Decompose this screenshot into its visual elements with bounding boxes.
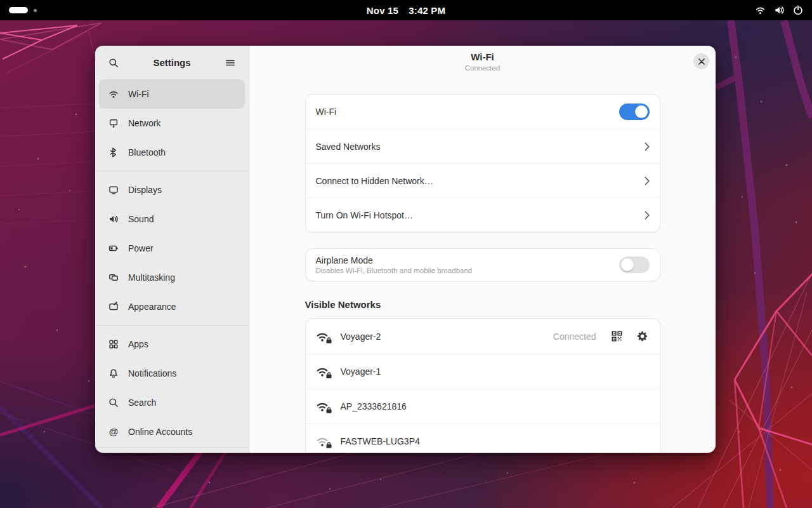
- sidebar-item-apps[interactable]: Apps: [99, 330, 245, 359]
- wifi-panel: Wi-Fi Connected Wi-Fi Saved Networks: [249, 46, 716, 453]
- lock-icon: [326, 337, 332, 344]
- saved-networks-row[interactable]: Saved Networks: [306, 129, 660, 163]
- sidebar-item-label: Online Accounts: [128, 427, 192, 437]
- wifi-secure-weak-icon: [316, 435, 333, 448]
- settings-window: Settings Wi-Fi Network: [95, 46, 716, 453]
- sidebar-item-label: Power: [128, 243, 154, 253]
- sidebar-item-displays[interactable]: Displays: [99, 175, 245, 204]
- wifi-toggle[interactable]: [619, 104, 650, 120]
- sidebar-item-search[interactable]: Search: [99, 388, 245, 417]
- search-button[interactable]: [103, 53, 124, 73]
- airplane-mode-toggle[interactable]: [619, 257, 650, 273]
- network-status: Connected: [553, 331, 596, 342]
- connect-hidden-network-row[interactable]: Connect to Hidden Network…: [306, 163, 660, 197]
- system-status-area[interactable]: [755, 0, 803, 20]
- wifi-icon: [108, 89, 119, 99]
- menu-icon: [225, 58, 235, 68]
- sidebar-item-sound[interactable]: Sound: [99, 204, 245, 234]
- gear-icon: [637, 331, 648, 342]
- close-button[interactable]: [693, 53, 709, 69]
- search-icon: [108, 58, 119, 68]
- sidebar-item-wifi[interactable]: Wi-Fi: [99, 79, 245, 109]
- sidebar-item-label: Appearance: [128, 302, 176, 312]
- sidebar-divider: [95, 171, 249, 171]
- apps-icon: [108, 339, 119, 349]
- sidebar-item-label: Wi-Fi: [128, 89, 149, 99]
- bluetooth-icon: [108, 147, 119, 157]
- close-icon: [698, 58, 705, 65]
- wifi-secure-icon: [316, 330, 333, 343]
- sidebar-item-power[interactable]: Power: [99, 234, 245, 263]
- lock-icon: [326, 407, 332, 413]
- network-ssid: FASTWEB-LUG3P4: [341, 436, 650, 446]
- power-icon: [793, 5, 803, 15]
- page-title: Wi-Fi: [249, 51, 716, 62]
- multitasking-icon: [108, 272, 119, 283]
- chevron-right-icon: [645, 142, 650, 151]
- sidebar-item-bluetooth[interactable]: Bluetooth: [99, 138, 245, 167]
- sidebar-item-label: Bluetooth: [128, 147, 166, 157]
- network-settings-button[interactable]: [636, 330, 650, 344]
- main-menu-button[interactable]: [220, 53, 240, 73]
- wifi-icon: [755, 5, 766, 15]
- wifi-secure-icon: [316, 400, 333, 413]
- network-ssid: Voyager-2: [341, 331, 553, 342]
- chevron-right-icon: [645, 177, 650, 185]
- lock-icon: [326, 372, 332, 378]
- sidebar-item-label: Sound: [128, 214, 154, 224]
- wifi-hotspot-row[interactable]: Turn On Wi-Fi Hotspot…: [306, 197, 660, 232]
- wifi-controls-card: Wi-Fi Saved Networks Connect to Hidden N…: [305, 94, 660, 232]
- search-icon: [108, 398, 119, 408]
- top-bar: Nov 15 3:42 PM: [0, 0, 812, 20]
- chevron-right-icon: [645, 211, 650, 220]
- qr-code-button[interactable]: [610, 330, 624, 344]
- network-ssid: AP_2333621816: [341, 401, 650, 411]
- sidebar-item-appearance[interactable]: Appearance: [99, 292, 245, 321]
- sidebar-item-label: Displays: [128, 185, 162, 195]
- sidebar-item-online-accounts[interactable]: @ Online Accounts: [99, 417, 245, 446]
- network-row-ap-2333621816[interactable]: AP_2333621816: [306, 389, 660, 424]
- time-label: 3:42 PM: [409, 5, 445, 16]
- sidebar-item-label: Network: [128, 118, 160, 128]
- sidebar-item-multitasking[interactable]: Multitasking: [99, 263, 245, 292]
- network-row-voyager-1[interactable]: Voyager-1: [306, 354, 660, 389]
- row-label: Turn On Wi-Fi Hotspot…: [316, 210, 645, 220]
- lock-icon: [326, 442, 332, 448]
- at-icon: @: [108, 427, 119, 437]
- network-row-fastweb-lug3p4[interactable]: FASTWEB-LUG3P4: [306, 424, 660, 453]
- sidebar: Settings Wi-Fi Network: [95, 46, 249, 453]
- appearance-icon: [108, 302, 119, 312]
- network-row-voyager-2[interactable]: Voyager-2 Connected: [306, 319, 660, 354]
- sidebar-divider: [95, 325, 249, 326]
- network-icon: [108, 118, 119, 128]
- power-icon: [108, 243, 119, 253]
- airplane-mode-card: Airplane Mode Disables Wi-Fi, Bluetooth …: [305, 248, 660, 281]
- notifications-icon: [108, 368, 119, 378]
- date-label: Nov 15: [367, 5, 398, 16]
- wifi-toggle-row: Wi-Fi: [306, 95, 660, 129]
- sidebar-item-notifications[interactable]: Notifications: [99, 359, 245, 388]
- qr-code-icon: [612, 331, 622, 342]
- visible-networks-card: Voyager-2 Connected Voyager-1: [305, 318, 660, 453]
- network-ssid: Voyager-1: [341, 366, 650, 377]
- airplane-mode-description: Disables Wi-Fi, Bluetooth and mobile bro…: [316, 267, 619, 274]
- sidebar-header: Settings: [95, 46, 249, 79]
- wifi-toggle-label: Wi-Fi: [316, 107, 619, 117]
- clock-button[interactable]: Nov 15 3:42 PM: [0, 0, 812, 20]
- sidebar-item-label: Notifications: [128, 368, 176, 378]
- sidebar-item-network[interactable]: Network: [99, 109, 245, 138]
- visible-networks-heading: Visible Networks: [305, 299, 660, 310]
- row-label: Connect to Hidden Network…: [316, 176, 645, 186]
- sidebar-item-label: Apps: [128, 339, 148, 349]
- page-subtitle: Connected: [249, 64, 716, 72]
- sidebar-title: Settings: [124, 57, 220, 68]
- displays-icon: [108, 185, 119, 195]
- panel-header: Wi-Fi Connected: [249, 46, 716, 94]
- volume-icon: [774, 5, 785, 15]
- sidebar-item-label: Multitasking: [128, 272, 175, 283]
- sound-icon: [108, 214, 119, 224]
- sidebar-bottom-divider: [95, 447, 249, 448]
- airplane-mode-label: Airplane Mode: [316, 255, 619, 265]
- row-label: Saved Networks: [316, 142, 645, 152]
- sidebar-item-label: Search: [128, 398, 156, 408]
